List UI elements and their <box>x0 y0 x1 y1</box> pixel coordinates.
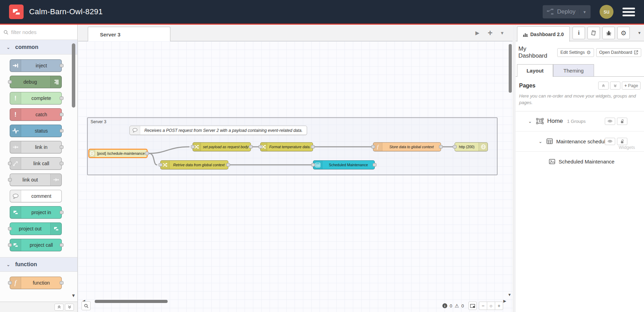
node-change-format-temperature[interactable]: Format temperature data. <box>260 142 313 151</box>
deploy-button[interactable]: Deploy ▾ <box>543 5 591 18</box>
palette-node-label: complete <box>21 95 61 101</box>
canvas-horizontal-scrollbar-thumb[interactable] <box>95 300 168 303</box>
collapse-all-categories-button[interactable] <box>54 304 63 311</box>
palette-scrollbar-thumb[interactable] <box>72 43 75 108</box>
row-actions <box>605 138 627 145</box>
sidebar-splitter[interactable] <box>513 25 515 312</box>
config-nodes-tab-button[interactable]: ⚙ <box>617 27 630 39</box>
palette-node-label: debug <box>10 79 50 85</box>
tree-row-home[interactable]: ⌄ Home 1 Groups <box>516 111 644 132</box>
output-port[interactable] <box>439 145 443 149</box>
lock-toggle-button[interactable] <box>617 118 627 125</box>
palette-category-function[interactable]: ⌄ function <box>0 257 77 272</box>
node-label: Scheduled Maintenance <box>322 163 374 167</box>
palette-node-debug[interactable]: debug <box>10 76 62 88</box>
zoom-in-button[interactable]: + <box>495 302 503 310</box>
output-port <box>60 96 63 100</box>
palette-node-label: link out <box>10 177 50 183</box>
canvas-status-bar: i 0 ⚠ 0 − ○ + <box>442 302 503 310</box>
open-dashboard-button[interactable]: Open Dashboard <box>596 48 641 57</box>
collapse-all-button[interactable] <box>598 82 609 90</box>
output-port[interactable] <box>373 163 376 167</box>
canvas-vertical-scrollbar-thumb[interactable] <box>509 44 512 93</box>
palette-scroll-down-icon[interactable]: ▼ <box>71 293 76 298</box>
debug-tab-button[interactable] <box>602 27 615 39</box>
input-port[interactable] <box>311 163 315 167</box>
expand-all-button[interactable] <box>610 82 620 90</box>
palette-node-catch[interactable]: ! catch <box>10 108 62 121</box>
palette-node-link-call[interactable]: link call <box>10 157 62 170</box>
sidebar-tabs-caret-icon[interactable]: ▾ <box>638 30 641 35</box>
navigator-toggle-button[interactable] <box>468 302 477 310</box>
warning-icon: ⚠ <box>455 303 459 309</box>
canvas-scroll-down-icon[interactable]: ▼ <box>508 293 511 297</box>
node-ui-table-scheduled-maintenance[interactable]: Scheduled Maintenance <box>313 160 375 169</box>
sidebar-tab-strip: Dashboard 2.0 i <box>516 25 644 41</box>
canvas-scroll-right-icon[interactable]: ▶ <box>503 299 506 303</box>
palette-node-link-out[interactable]: link out <box>10 174 62 186</box>
help-tab-button[interactable] <box>587 27 600 39</box>
palette-node-status[interactable]: status <box>10 125 62 137</box>
info-tab-button[interactable]: i <box>573 27 585 39</box>
input-port[interactable] <box>259 145 262 149</box>
input-port[interactable] <box>371 145 375 149</box>
node-http-in[interactable]: [post] /schedule-maintenance <box>88 149 147 158</box>
lock-toggle-button[interactable] <box>617 138 627 145</box>
palette-node-complete[interactable]: ! complete <box>10 92 62 104</box>
expand-all-categories-button[interactable] <box>65 304 74 311</box>
palette-node-project-out[interactable]: project out <box>10 222 62 235</box>
edit-settings-button[interactable]: Edit Settings ⚙ <box>557 48 594 57</box>
node-function-store-data[interactable]: f Store data to global context <box>373 142 441 151</box>
scroll-tabs-right-icon[interactable]: ▶ <box>475 30 480 36</box>
palette-node-inject[interactable]: inject <box>10 59 62 72</box>
palette-category-common[interactable]: ⌄ common <box>0 40 77 54</box>
category-label: function <box>15 261 37 268</box>
flow-tab-server3[interactable]: Server 3 <box>88 27 170 42</box>
deploy-options-caret[interactable]: ▾ <box>579 9 589 15</box>
palette-search[interactable] <box>0 25 77 40</box>
palette-node-comment[interactable]: comment <box>10 190 62 202</box>
input-port[interactable] <box>159 163 162 167</box>
palette-node-label: function <box>21 280 61 286</box>
palette-node-function[interactable]: f function <box>10 277 62 289</box>
output-port[interactable] <box>311 145 315 149</box>
comment-node[interactable]: Receives a POST request from Server 2 wi… <box>129 126 307 135</box>
tree-row-maintenance-group[interactable]: ⌄ Maintenance schedul... Widgets <box>516 132 644 152</box>
palette-node-link-in[interactable]: link in <box>10 141 62 153</box>
search-icon <box>84 304 88 308</box>
header: Calm-Barn-Owl-8291 Deploy ▾ su <box>0 0 644 24</box>
palette-node-project-in[interactable]: project in <box>10 206 62 219</box>
visibility-toggle-button[interactable] <box>605 118 615 125</box>
chevron-down-icon[interactable]: ⌄ <box>528 119 532 124</box>
flow-canvas[interactable]: Server 3 Receives a POST request from Se… <box>78 41 512 312</box>
main-menu-button[interactable] <box>622 8 635 16</box>
add-flow-button[interactable]: + <box>488 28 492 38</box>
palette-node-label: comment <box>21 193 61 199</box>
tab-theming[interactable]: Theming <box>553 64 594 77</box>
palette-filter-input[interactable] <box>11 29 63 35</box>
sidebar-tab-dashboard[interactable]: Dashboard 2.0 <box>517 26 570 42</box>
chevron-down-icon[interactable]: ⌄ <box>539 139 542 144</box>
output-port[interactable] <box>226 163 230 167</box>
input-port[interactable] <box>453 145 457 149</box>
plus-icon: + <box>624 83 627 88</box>
node-change-retrieve-data[interactable]: Retrive data from global context <box>160 160 228 169</box>
node-http-response[interactable]: http (200) <box>455 142 488 151</box>
add-page-button[interactable]: + Page <box>622 82 641 90</box>
visibility-toggle-button[interactable] <box>605 138 615 145</box>
flow-list-caret-icon[interactable]: ▾ <box>501 30 503 36</box>
zoom-out-button[interactable]: − <box>479 302 487 310</box>
output-port[interactable] <box>249 145 253 149</box>
palette-node-project-call[interactable]: project call <box>10 239 62 251</box>
tab-layout[interactable]: Layout <box>517 64 553 77</box>
canvas-search-button[interactable] <box>82 301 91 310</box>
palette-node-label: project call <box>21 242 61 248</box>
palette-node-label: project in <box>21 210 61 215</box>
dashboard-name: My Dashboard <box>518 45 555 59</box>
output-port[interactable] <box>145 152 149 155</box>
node-change-set-payload[interactable]: set payload as request body <box>193 142 251 151</box>
user-avatar[interactable]: su <box>600 5 613 19</box>
input-port[interactable] <box>191 145 195 149</box>
zoom-reset-button[interactable]: ○ <box>487 302 495 310</box>
tree-row-scheduled-maintenance-widget[interactable]: Scheduled Maintenance <box>516 152 644 172</box>
